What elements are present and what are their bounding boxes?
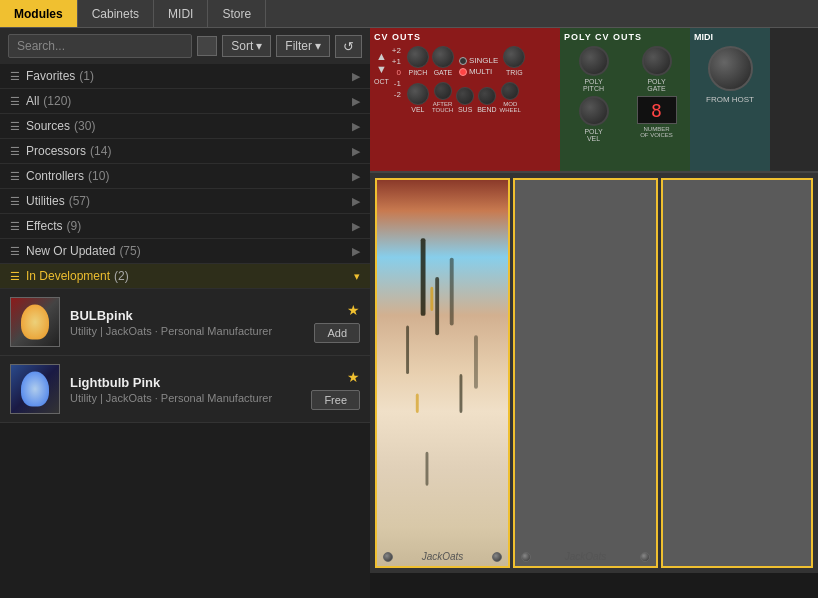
single-radio[interactable]: SINGLE (459, 56, 498, 65)
cv-radio-group: SINGLE MULTI (459, 56, 498, 76)
category-utilities[interactable]: ☰ Utilities (57) ▶ (0, 189, 370, 214)
nav-tab-midi[interactable]: MIDI (154, 0, 208, 27)
multi-radio[interactable]: MULTI (459, 67, 498, 76)
module-screw-right-2 (640, 552, 650, 562)
svg-rect-6 (474, 335, 478, 388)
category-arrow-icon: ▶ (352, 245, 360, 258)
filter-button[interactable]: Filter ▾ (276, 35, 330, 57)
cv-num-m1: -1 (392, 79, 401, 88)
category-arrow-icon: ▾ (354, 270, 360, 283)
category-arrow-icon: ▶ (352, 95, 360, 108)
star-icon[interactable]: ★ (347, 302, 360, 318)
bottom-bar (370, 573, 818, 598)
module-painting-1 (377, 180, 508, 566)
product-meta-bulbpink: Utility | JackOats · Personal Manufactur… (70, 325, 304, 337)
refresh-button[interactable]: ↺ (335, 35, 362, 58)
search-bar: Sort ▾ Filter ▾ ↺ (0, 28, 370, 64)
poly-gate-label: POLYGATE (647, 78, 666, 92)
product-info-lightbulb: Lightbulb Pink Utility | JackOats · Pers… (70, 375, 301, 404)
list-icon: ☰ (10, 220, 20, 233)
module-footer-2: JackOats (515, 551, 656, 562)
category-label: In Development (26, 269, 110, 283)
search-input[interactable] (8, 34, 192, 58)
down-arrow-icon[interactable]: ▼ (376, 63, 387, 75)
poly-gate-knob[interactable] (642, 46, 672, 76)
svg-rect-5 (426, 452, 429, 486)
multi-radio-dot (459, 68, 467, 76)
category-all[interactable]: ☰ All (120) ▶ (0, 89, 370, 114)
nav-tab-cabinets[interactable]: Cabinets (78, 0, 154, 27)
category-count: (14) (90, 144, 111, 158)
poly-grid: POLYPITCH POLYGATE POLYVEL 8 NUMBEROF VO… (564, 46, 686, 142)
category-in-development[interactable]: ☰ In Development (2) ▾ (0, 264, 370, 289)
oct-label: OCT (374, 78, 389, 85)
category-count: (57) (69, 194, 90, 208)
filter-chevron-icon: ▾ (315, 39, 321, 53)
midi-from-host-label: FROM HOST (694, 95, 766, 104)
category-count: (1) (79, 69, 94, 83)
category-label: New Or Updated (26, 244, 115, 258)
module-maker-1: JackOats (422, 551, 464, 562)
midi-knob[interactable] (708, 46, 753, 91)
list-icon: ☰ (10, 70, 20, 83)
midi-title: MIDI (694, 32, 766, 42)
poly-vel-item: POLYVEL (564, 96, 623, 142)
sus-knob[interactable] (456, 87, 474, 105)
category-arrow-icon: ▶ (352, 70, 360, 83)
pitch-knob-col: PItCH (407, 46, 429, 76)
category-label: Effects (26, 219, 62, 233)
category-processors[interactable]: ☰ Processors (14) ▶ (0, 139, 370, 164)
product-card-lightbulb: Lightbulb Pink Utility | JackOats · Pers… (0, 356, 370, 423)
product-name-lightbulb: Lightbulb Pink (70, 375, 301, 390)
painting-svg-1 (377, 180, 508, 520)
trig-knob-col: TRIG (503, 46, 525, 76)
aftertouch-knob[interactable] (434, 82, 452, 100)
single-label: SINGLE (469, 56, 498, 65)
sort-button[interactable]: Sort ▾ (222, 35, 271, 57)
svg-rect-1 (435, 277, 439, 335)
midi-panel: MIDI FROM HOST (690, 28, 770, 171)
poly-vel-knob[interactable] (579, 96, 609, 126)
svg-rect-4 (459, 374, 462, 413)
category-favorites[interactable]: ☰ Favorites (1) ▶ (0, 64, 370, 89)
gate-knob[interactable] (432, 46, 454, 68)
list-icon: ☰ (10, 195, 20, 208)
poly-pitch-knob[interactable] (579, 46, 609, 76)
cv-outs-panel: CV OUTS ▲ ▼ OCT +2 +1 0 (370, 28, 560, 171)
module-slot-1: JackOats (375, 178, 510, 568)
add-button-bulbpink[interactable]: Add (314, 323, 360, 343)
category-label: Processors (26, 144, 86, 158)
sus-label: SUS (458, 106, 472, 113)
category-new-or-updated[interactable]: ☰ New Or Updated (75) ▶ (0, 239, 370, 264)
svg-rect-7 (430, 287, 433, 311)
list-icon: ☰ (10, 95, 20, 108)
sort-chevron-icon: ▾ (256, 39, 262, 53)
pitch-knob[interactable] (407, 46, 429, 68)
nav-tab-store[interactable]: Store (208, 0, 266, 27)
category-effects[interactable]: ☰ Effects (9) ▶ (0, 214, 370, 239)
category-label: All (26, 94, 39, 108)
cv-numbers: +2 +1 0 -1 -2 (392, 46, 401, 99)
gate-knob-col: GATE (432, 46, 454, 76)
poly-cv-panel: POLY CV OUTS POLYPITCH POLYGATE POLYVEL (560, 28, 690, 171)
top-nav: Modules Cabinets MIDI Store (0, 0, 818, 28)
vel-knob[interactable] (407, 83, 429, 105)
module-screw-left-2 (521, 552, 531, 562)
category-count: (9) (66, 219, 81, 233)
modwheel-knob[interactable] (501, 82, 519, 100)
star-icon[interactable]: ★ (347, 369, 360, 385)
nav-tab-modules[interactable]: Modules (0, 0, 78, 27)
category-sources[interactable]: ☰ Sources (30) ▶ (0, 114, 370, 139)
module-maker-2: JackOats (565, 551, 607, 562)
category-controllers[interactable]: ☰ Controllers (10) ▶ (0, 164, 370, 189)
list-icon: ☰ (10, 245, 20, 258)
gate-label: GATE (434, 69, 453, 76)
category-arrow-icon: ▶ (352, 170, 360, 183)
right-panel: CV OUTS ▲ ▼ OCT +2 +1 0 (370, 28, 818, 598)
cv-num-m2: -2 (392, 90, 401, 99)
bend-knob[interactable] (478, 87, 496, 105)
up-arrow-icon[interactable]: ▲ (376, 50, 387, 62)
trig-knob[interactable] (503, 46, 525, 68)
aftertouch-label: AFTERTOUCH (432, 101, 453, 113)
free-button-lightbulb[interactable]: Free (311, 390, 360, 410)
